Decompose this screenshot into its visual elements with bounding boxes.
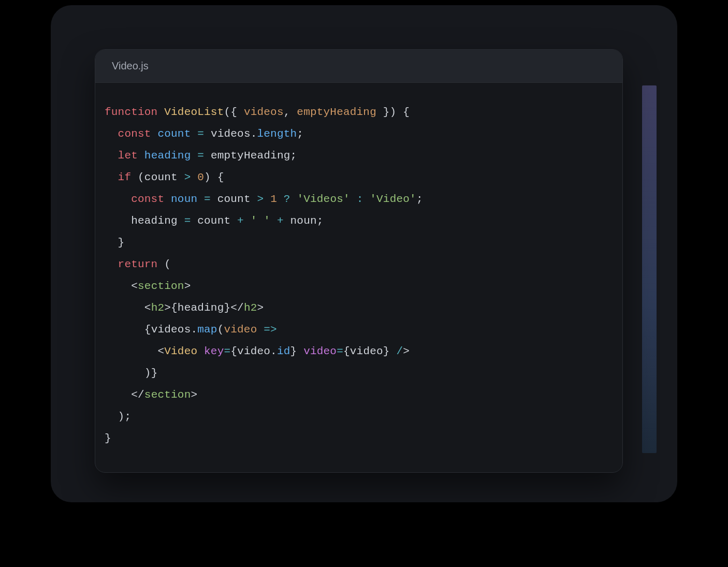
code-token bbox=[270, 215, 277, 227]
code-token bbox=[157, 258, 164, 270]
code-token bbox=[244, 215, 251, 227]
code-token: = bbox=[224, 345, 230, 357]
code-token bbox=[105, 302, 144, 314]
code-token: </ bbox=[230, 302, 244, 314]
code-token: > bbox=[403, 345, 410, 357]
code-token: Video bbox=[164, 345, 197, 357]
code-line: heading = count + ' ' + noun; bbox=[105, 210, 613, 232]
code-token bbox=[290, 193, 297, 205]
code-token: } bbox=[290, 345, 297, 357]
code-line: const count = videos.length; bbox=[105, 123, 613, 145]
code-token: < bbox=[144, 302, 151, 314]
code-token: ; bbox=[317, 215, 324, 227]
code-token: : bbox=[357, 193, 363, 205]
code-token: + bbox=[237, 215, 244, 227]
code-line: return ( bbox=[105, 254, 613, 275]
code-token bbox=[105, 215, 131, 227]
code-token bbox=[396, 106, 403, 118]
code-token: } bbox=[224, 302, 230, 314]
code-token: const bbox=[118, 128, 151, 140]
code-token: video bbox=[303, 345, 337, 357]
code-token: let bbox=[118, 150, 138, 162]
code-line: ); bbox=[105, 406, 613, 428]
code-token: } bbox=[105, 432, 111, 444]
code-token: ; bbox=[290, 150, 297, 162]
code-token: video bbox=[350, 345, 383, 357]
code-token: { bbox=[343, 345, 350, 357]
code-token: { bbox=[217, 171, 224, 183]
code-line: } bbox=[105, 428, 613, 449]
code-token bbox=[105, 193, 131, 205]
code-token: => bbox=[264, 324, 277, 336]
code-token: > bbox=[257, 193, 264, 205]
code-token bbox=[264, 193, 270, 205]
code-token: < bbox=[157, 345, 164, 357]
code-token: = bbox=[337, 345, 343, 357]
code-token bbox=[157, 106, 164, 118]
code-token: > bbox=[191, 389, 197, 401]
code-token: = bbox=[197, 150, 204, 162]
code-line: if (count > 0) { bbox=[105, 167, 613, 188]
code-token: { bbox=[230, 345, 237, 357]
code-token bbox=[197, 345, 204, 357]
code-token: heading bbox=[131, 215, 184, 227]
code-line: </section> bbox=[105, 384, 613, 406]
code-token: noun bbox=[171, 193, 197, 205]
code-token: ; bbox=[416, 193, 423, 205]
code-token: ( bbox=[164, 258, 171, 270]
code-token bbox=[197, 193, 204, 205]
code-token bbox=[164, 193, 171, 205]
code-token: ? bbox=[284, 193, 290, 205]
code-token: } bbox=[118, 237, 125, 249]
code-token: / bbox=[396, 345, 403, 357]
code-block[interactable]: function VideoList({ videos, emptyHeadin… bbox=[95, 83, 622, 472]
code-token: + bbox=[277, 215, 284, 227]
code-token: < bbox=[131, 280, 138, 292]
code-token: = bbox=[197, 128, 204, 140]
code-token bbox=[105, 367, 144, 379]
code-token: ) bbox=[118, 411, 125, 423]
code-token: return bbox=[118, 258, 158, 270]
code-token: videos bbox=[211, 128, 251, 140]
code-token: ; bbox=[124, 411, 131, 423]
code-token: { bbox=[144, 324, 151, 336]
code-line: } bbox=[105, 232, 613, 254]
code-token: { bbox=[230, 106, 237, 118]
code-token: { bbox=[403, 106, 410, 118]
code-token: , bbox=[284, 106, 290, 118]
code-token bbox=[105, 237, 118, 249]
code-token bbox=[363, 193, 370, 205]
code-token bbox=[204, 128, 211, 140]
code-token bbox=[105, 324, 144, 336]
code-token: = bbox=[204, 193, 211, 205]
code-token bbox=[105, 128, 118, 140]
code-line: function VideoList({ videos, emptyHeadin… bbox=[105, 101, 613, 123]
code-token: ) bbox=[390, 106, 397, 118]
code-token bbox=[257, 324, 264, 336]
code-token: videos bbox=[151, 324, 191, 336]
code-token: = bbox=[184, 215, 191, 227]
code-line: const noun = count > 1 ? 'Videos' : 'Vid… bbox=[105, 188, 613, 210]
code-line: <section> bbox=[105, 275, 613, 297]
code-token: ) bbox=[144, 367, 151, 379]
code-token: video bbox=[237, 345, 270, 357]
code-token: . bbox=[191, 324, 197, 336]
code-token bbox=[151, 128, 158, 140]
editor-tab-filename[interactable]: Video.js bbox=[112, 60, 149, 71]
code-token: function bbox=[105, 106, 157, 118]
code-token bbox=[138, 150, 144, 162]
code-token: video bbox=[224, 324, 257, 336]
code-token: } bbox=[151, 367, 158, 379]
code-token bbox=[191, 128, 197, 140]
code-line: <Video key={video.id} video={video} /> bbox=[105, 341, 613, 362]
code-token: count bbox=[157, 128, 191, 140]
code-token: length bbox=[257, 128, 297, 140]
code-token: ( bbox=[138, 171, 144, 183]
editor-tabbar: Video.js bbox=[95, 50, 622, 83]
code-editor: Video.js function VideoList({ videos, em… bbox=[95, 49, 623, 473]
code-token bbox=[105, 150, 118, 162]
code-token: ' ' bbox=[251, 215, 270, 227]
code-token bbox=[105, 345, 157, 357]
code-line: )} bbox=[105, 362, 613, 384]
code-token: if bbox=[118, 171, 132, 183]
